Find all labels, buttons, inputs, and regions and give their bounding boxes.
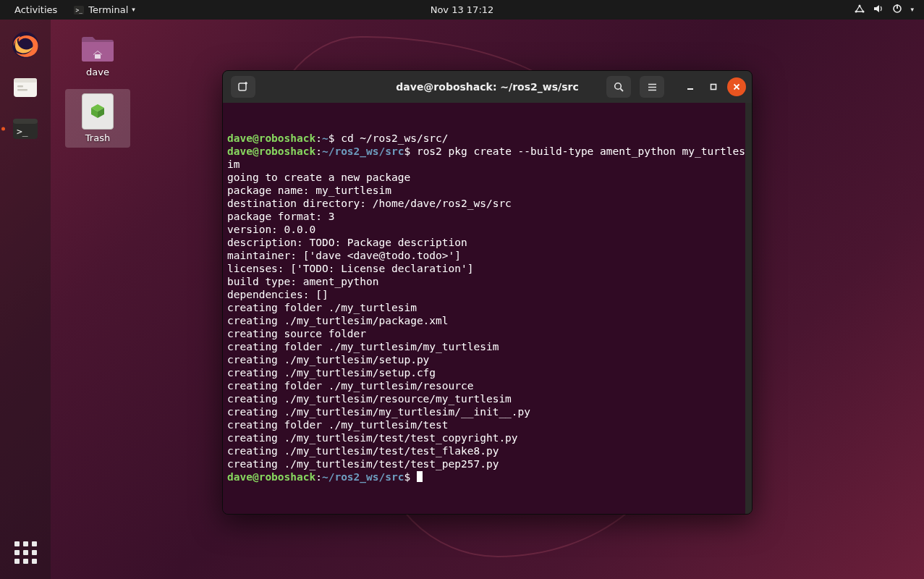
power-icon[interactable] <box>891 3 903 17</box>
terminal-text: ~/ros2_ws/src <box>322 471 404 483</box>
minimize-icon <box>686 83 695 91</box>
terminal-scrollbar[interactable] <box>745 103 752 514</box>
terminal-line: creating ./my_turtlesim/setup.cfg <box>227 366 747 379</box>
terminal-text: $ <box>404 471 416 483</box>
hamburger-menu-button[interactable] <box>640 76 664 98</box>
search-button[interactable] <box>606 76 631 98</box>
close-button[interactable] <box>727 77 746 96</box>
terminal-line: creating ./my_turtlesim/resource/my_turt… <box>227 392 747 405</box>
terminal-line: going to create a new package <box>227 171 747 184</box>
terminal-text: creating source folder <box>227 328 366 339</box>
close-icon <box>732 83 741 91</box>
svg-text:>_: >_ <box>17 126 28 137</box>
terminal-line: creating source folder <box>227 327 747 340</box>
terminal-window: dave@roboshack: ~/ros2_ws/src dave@robos… <box>222 70 753 515</box>
terminal-text: creating ./my_turtlesim/test/test_flake8… <box>227 445 499 457</box>
dock-firefox[interactable] <box>7 26 44 64</box>
terminal-text: creating folder ./my_turtlesim/resource <box>227 380 473 392</box>
terminal-text: creating ./my_turtlesim/test/test_copyri… <box>227 432 518 444</box>
terminal-line: creating ./my_turtlesim/test/test_pep257… <box>227 457 747 470</box>
terminal-output[interactable]: dave@roboshack:~$ cd ~/ros2_ws/src/dave@… <box>223 103 752 514</box>
terminal-text: package format: 3 <box>227 211 334 222</box>
terminal-titlebar[interactable]: dave@roboshack: ~/ros2_ws/src <box>223 71 752 103</box>
terminal-text: : <box>315 145 322 157</box>
terminal-text: dave@roboshack <box>227 471 315 483</box>
terminal-line: dave@roboshack:~/ros2_ws/src$ <box>227 470 747 483</box>
activities-label: Activities <box>14 4 57 15</box>
terminal-line: description: TODO: Package description <box>227 236 747 249</box>
terminal-text: creating folder ./my_turtlesim/my_turtle… <box>227 341 499 352</box>
chevron-down-icon: ▾ <box>132 6 135 13</box>
terminal-line: creating folder ./my_turtlesim/test <box>227 418 747 431</box>
desktop-trash-label: Trash <box>85 132 110 143</box>
terminal-icon: >_ <box>9 113 41 145</box>
terminal-text: creating folder ./my_turtlesim/test <box>227 419 449 431</box>
network-icon[interactable] <box>854 3 865 17</box>
terminal-line: creating folder ./my_turtlesim <box>227 301 747 314</box>
svg-text:>_: >_ <box>76 7 83 14</box>
home-folder-icon <box>80 32 115 64</box>
desktop-folder-label: dave <box>86 67 109 77</box>
terminal-text: creating folder ./my_turtlesim <box>227 302 417 313</box>
firefox-icon <box>9 29 41 61</box>
terminal-text: ~ <box>322 132 329 144</box>
svg-rect-11 <box>17 89 27 91</box>
terminal-text: going to create a new package <box>227 172 410 183</box>
terminal-line: creating folder ./my_turtlesim/resource <box>227 379 747 392</box>
volume-icon[interactable] <box>873 3 884 17</box>
activities-button[interactable]: Activities <box>7 0 64 20</box>
svg-point-18 <box>614 83 621 89</box>
chevron-down-icon[interactable]: ▾ <box>910 6 914 13</box>
terminal-text: maintainer: ['dave <dave@todo.todo>'] <box>227 250 461 261</box>
terminal-line: dave@roboshack:~/ros2_ws/src$ ros2 pkg c… <box>227 145 747 171</box>
terminal-text: dependencies: [] <box>227 289 329 300</box>
terminal-line: creating folder ./my_turtlesim/my_turtle… <box>227 340 747 353</box>
terminal-text: creating ./my_turtlesim/setup.cfg <box>227 367 436 379</box>
terminal-line: licenses: ['TODO: License declaration'] <box>227 262 747 275</box>
desktop-icons: dave Trash <box>65 28 130 155</box>
show-applications-button[interactable] <box>7 534 43 570</box>
terminal-line: creating ./my_turtlesim/test/test_flake8… <box>227 444 747 457</box>
terminal-text: : <box>315 132 322 144</box>
desktop-folder-dave[interactable]: dave <box>65 28 130 82</box>
minimize-button[interactable] <box>681 77 700 96</box>
files-icon <box>9 71 41 103</box>
terminal-line: creating ./my_turtlesim/my_turtlesim/__i… <box>227 405 747 418</box>
terminal-app-icon: >_ <box>73 4 85 16</box>
svg-rect-15 <box>239 83 246 90</box>
terminal-text: $ cd ~/ros2_ws/src/ <box>329 132 449 144</box>
svg-line-19 <box>620 88 623 91</box>
active-app-label: Terminal <box>88 4 128 15</box>
terminal-text: creating ./my_turtlesim/test/test_pep257… <box>227 458 499 470</box>
terminal-text: dave@roboshack <box>227 132 315 144</box>
new-tab-button[interactable] <box>231 76 255 98</box>
dock-files[interactable] <box>7 68 44 106</box>
maximize-icon <box>709 83 718 91</box>
clock-label[interactable]: Nov 13 17:12 <box>431 4 494 15</box>
desktop-trash[interactable]: Trash <box>65 89 130 148</box>
terminal-text: creating ./my_turtlesim/resource/my_turt… <box>227 393 512 405</box>
terminal-text: ~/ros2_ws/src <box>322 145 404 157</box>
trash-icon <box>82 93 114 130</box>
terminal-line: creating ./my_turtlesim/package.xml <box>227 314 747 327</box>
terminal-line: build type: ament_python <box>227 275 747 288</box>
terminal-text: licenses: ['TODO: License declaration'] <box>227 263 473 274</box>
active-app-menu[interactable]: >_ Terminal ▾ <box>66 0 142 20</box>
terminal-text: destination directory: /home/dave/ros2_w… <box>227 198 512 209</box>
search-icon <box>614 82 624 93</box>
terminal-line: maintainer: ['dave <dave@todo.todo>'] <box>227 249 747 262</box>
terminal-text: creating ./my_turtlesim/setup.py <box>227 354 429 365</box>
svg-rect-10 <box>17 85 23 88</box>
terminal-text: package name: my_turtlesim <box>227 185 391 196</box>
terminal-line: package format: 3 <box>227 210 747 223</box>
dock-terminal[interactable]: >_ <box>7 110 44 148</box>
terminal-line: dave@roboshack:~$ cd ~/ros2_ws/src/ <box>227 132 747 145</box>
hamburger-icon <box>647 82 658 93</box>
terminal-text: creating ./my_turtlesim/my_turtlesim/__i… <box>227 406 530 418</box>
svg-rect-24 <box>711 85 716 90</box>
terminal-text: version: 0.0.0 <box>227 224 315 235</box>
terminal-line: destination directory: /home/dave/ros2_w… <box>227 197 747 210</box>
svg-rect-9 <box>14 78 37 83</box>
terminal-line: package name: my_turtlesim <box>227 184 747 197</box>
maximize-button[interactable] <box>704 77 723 96</box>
